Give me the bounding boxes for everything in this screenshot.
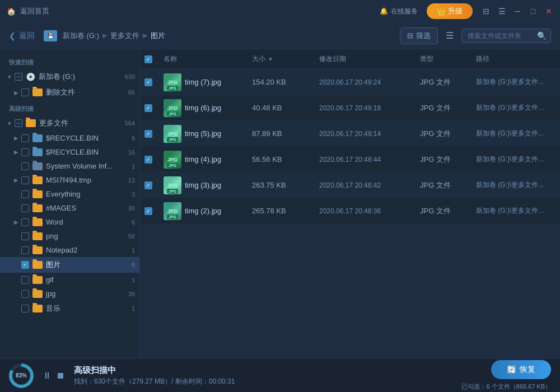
drive-label: 新加卷 (G:) — [39, 72, 75, 82]
row-checkbox-0[interactable] — [144, 78, 152, 86]
gif-checkbox[interactable] — [21, 276, 29, 284]
table-row[interactable]: JPG JPG timg (3).jpg 263.75 KB 2020.06.1… — [140, 172, 560, 198]
sidebar-item-jpg[interactable]: jpg 39 — [0, 287, 139, 301]
th-type[interactable]: 类型 — [416, 54, 472, 64]
sidebar-item-more-files[interactable]: ▼ 更多文件 564 — [0, 115, 139, 131]
pictures-icon — [32, 261, 43, 269]
td-checkbox[interactable] — [140, 156, 159, 164]
row-checkbox-2[interactable] — [144, 130, 152, 138]
restore2-button[interactable]: □ — [529, 7, 538, 16]
filetype-3: JPG 文件 — [420, 155, 451, 165]
td-checkbox[interactable] — [140, 130, 159, 138]
maximize-button[interactable]: ☰ — [497, 7, 506, 16]
back-home-label[interactable]: 返回首页 — [20, 6, 49, 16]
drive-checkbox[interactable] — [15, 73, 22, 81]
table-row[interactable]: JPG JPG timg (6).jpg 40.48 KB 2020.06.17… — [140, 95, 560, 121]
sidebar-item-notepad2[interactable]: Notepad2 1 — [0, 243, 139, 257]
mages-checkbox[interactable] — [21, 204, 29, 212]
search-icon[interactable]: 🔍 — [537, 31, 547, 40]
png-label: png — [46, 232, 58, 240]
stop-button[interactable]: ⏹ — [56, 371, 65, 381]
jpg-label: jpg — [46, 290, 55, 298]
th-checkbox[interactable]: ✓ — [140, 55, 159, 63]
recycle2-label: $RECYCLE.BIN — [46, 148, 99, 156]
sidebar-item-recycle2[interactable]: ▶ $RECYCLE.BIN 16 — [0, 145, 139, 159]
sidebar-item-gif[interactable]: gif 1 — [0, 273, 139, 287]
selection-info: 已勾选：6 个文件（868.67 KB） — [461, 382, 551, 391]
upgrade-label: 升级 — [448, 6, 463, 16]
word-checkbox[interactable] — [21, 218, 29, 226]
sidebar-item-mages[interactable]: #MAGES 38 — [0, 201, 139, 215]
deleted-checkbox[interactable] — [21, 88, 29, 96]
row-checkbox-1[interactable] — [144, 104, 152, 112]
jpg-tag-1: JPG — [167, 111, 178, 116]
back-button[interactable]: ❮ 返回 — [9, 31, 35, 41]
td-path-5: 新加卷 (G:)\更多文件... — [472, 206, 560, 216]
td-checkbox[interactable] — [140, 78, 159, 86]
filepath-3: 新加卷 (G:)\更多文件... — [476, 155, 544, 164]
jpg-checkbox[interactable] — [21, 290, 29, 298]
row-checkbox-4[interactable] — [144, 181, 152, 189]
thumb-label-1: JPG — [167, 105, 178, 111]
row-checkbox-5[interactable] — [144, 207, 152, 215]
online-service[interactable]: 🔔 在线服务 — [380, 7, 418, 16]
sidebar-item-msi[interactable]: ▶ MSI7f494.tmp 13 — [0, 173, 139, 187]
th-size[interactable]: 大小 ▼ — [248, 54, 315, 64]
scan-detail: 找到：630个文件（279.27 MB）/ 剩余时间：00:00:31 — [74, 377, 235, 386]
table-row[interactable]: JPG JPG timg (4).jpg 56.56 KB 2020.06.17… — [140, 147, 560, 172]
td-checkbox[interactable] — [140, 104, 159, 112]
table-row[interactable]: JPG JPG timg (7).jpg 154.20 KB 2020.06.1… — [140, 69, 560, 95]
sidebar-item-pictures[interactable]: 图片 6 — [0, 257, 139, 273]
restore-button[interactable]: 🔄 恢复 — [491, 360, 551, 379]
table-row[interactable]: JPG JPG timg (2).jpg 265.78 KB 2020.06.1… — [140, 198, 560, 224]
td-checkbox[interactable] — [140, 181, 159, 189]
everything-checkbox[interactable] — [21, 190, 29, 198]
png-count: 58 — [128, 233, 135, 240]
recycle2-checkbox[interactable] — [21, 148, 29, 156]
more-files-checkbox[interactable] — [15, 119, 22, 127]
sidebar-item-deleted-files[interactable]: ▶ 删除文件 66 — [0, 85, 139, 100]
playback-controls: ⏸ ⏹ — [43, 371, 65, 381]
sidebar-item-system-vol[interactable]: System Volume Inf... 1 — [0, 159, 139, 173]
td-name-4: JPG JPG timg (3).jpg — [159, 176, 248, 194]
td-date-2: 2020.06.17 20:49:14 — [315, 130, 416, 138]
pictures-checkbox[interactable] — [21, 261, 29, 269]
sidebar-item-drive[interactable]: ▼ 💿 新加卷 (G:) 630 — [0, 69, 139, 85]
sidebar-item-png[interactable]: png 58 — [0, 229, 139, 243]
upgrade-button[interactable]: 👑 升级 — [427, 3, 473, 19]
back-icon: ❮ — [9, 31, 16, 40]
pause-button[interactable]: ⏸ — [43, 371, 52, 381]
recycle1-count: 9 — [132, 135, 135, 142]
notepad-checkbox[interactable] — [21, 246, 29, 254]
close-button[interactable]: ✕ — [544, 7, 553, 16]
everything-icon — [32, 190, 43, 198]
table-row[interactable]: JPG JPG timg (5).jpg 87.89 KB 2020.06.17… — [140, 121, 560, 147]
breadcrumb-drive[interactable]: 新加卷 (G:) — [63, 31, 99, 41]
filetype-2: JPG 文件 — [420, 129, 451, 139]
msi-label: MSI7f494.tmp — [46, 176, 91, 184]
drive-disk-icon: 💿 — [26, 72, 35, 81]
thumb-label-0: JPG — [167, 80, 178, 85]
row-checkbox-3[interactable] — [144, 156, 152, 164]
filter-button[interactable]: ⊟ 筛选 — [400, 27, 438, 44]
expand-recycle2-arrow: ▶ — [13, 149, 19, 155]
td-checkbox[interactable] — [140, 207, 159, 215]
th-date[interactable]: 修改日期 — [315, 54, 416, 64]
music-checkbox[interactable] — [21, 305, 29, 312]
sidebar-item-word[interactable]: ▶ Word 6 — [0, 215, 139, 229]
view-toggle-button[interactable]: ☰ — [444, 28, 456, 43]
png-checkbox[interactable] — [21, 232, 29, 240]
sys-checkbox[interactable] — [21, 162, 29, 170]
sidebar-item-everything[interactable]: Everything 3 — [0, 187, 139, 201]
minimize-button[interactable]: ⊟ — [482, 7, 491, 16]
sidebar-item-music[interactable]: 音乐 1 — [0, 301, 139, 316]
breadcrumb-more-files[interactable]: 更多文件 — [110, 31, 139, 41]
restore-button[interactable]: ─ — [513, 7, 522, 16]
msi-checkbox[interactable] — [21, 176, 29, 184]
sidebar-item-recycle1[interactable]: ▶ $RECYCLE.BIN 9 — [0, 131, 139, 145]
header-checkbox[interactable]: ✓ — [144, 55, 152, 63]
th-name[interactable]: 名称 — [159, 54, 248, 64]
th-path[interactable]: 路径 — [472, 54, 560, 64]
td-size-2: 87.89 KB — [248, 129, 315, 138]
recycle1-checkbox[interactable] — [21, 134, 29, 142]
